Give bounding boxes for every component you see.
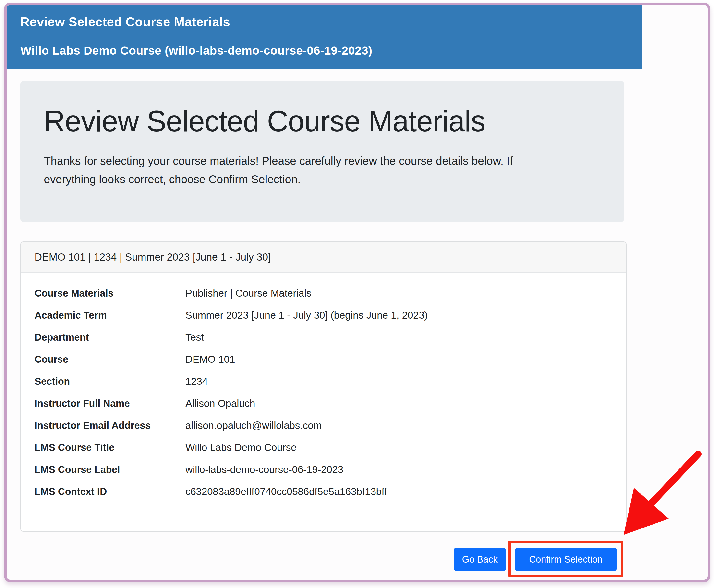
jumbotron: Review Selected Course Materials Thanks …: [20, 81, 624, 222]
course-card-header: DEMO 101 | 1234 | Summer 2023 [June 1 - …: [21, 242, 626, 273]
jumbotron-description-line2: everything looks correct, choose Confirm…: [44, 170, 601, 189]
row-value: Allison Opaluch: [185, 398, 255, 409]
row-academic-term: Academic Term Summer 2023 [June 1 - July…: [21, 304, 626, 326]
row-label: Section: [35, 376, 185, 387]
row-label: Instructor Full Name: [35, 398, 185, 409]
row-label: Course: [35, 354, 185, 365]
row-instructor-email: Instructor Email Address allison.opaluch…: [21, 414, 626, 436]
row-label: LMS Context ID: [35, 486, 185, 497]
row-label: Course Materials: [35, 288, 185, 299]
course-card-body: Course Materials Publisher | Course Mate…: [21, 273, 626, 503]
row-section: Section 1234: [21, 370, 626, 392]
row-lms-course-label: LMS Course Label willo-labs-demo-course-…: [21, 459, 626, 481]
page-header-title: Review Selected Course Materials: [20, 15, 230, 29]
row-label: Instructor Email Address: [35, 420, 185, 431]
page-header: Review Selected Course Materials Willo L…: [7, 5, 643, 69]
screenshot-frame: Review Selected Course Materials Willo L…: [4, 3, 710, 582]
row-department: Department Test: [21, 326, 626, 348]
row-lms-course-title: LMS Course Title Willo Labs Demo Course: [21, 436, 626, 459]
row-course: Course DEMO 101: [21, 348, 626, 370]
row-label: LMS Course Label: [35, 464, 185, 475]
row-value: willo-labs-demo-course-06-19-2023: [185, 464, 343, 475]
course-details-card: DEMO 101 | 1234 | Summer 2023 [June 1 - …: [20, 241, 627, 532]
row-lms-context-id: LMS Context ID c632083a89efff0740cc0586d…: [21, 481, 626, 503]
row-value: DEMO 101: [185, 354, 235, 365]
jumbotron-description-line1: Thanks for selecting your course materia…: [44, 152, 601, 170]
row-value: Test: [185, 332, 204, 343]
row-value: Summer 2023 [June 1 - July 30] (begins J…: [185, 310, 428, 321]
page: Review Selected Course Materials Willo L…: [7, 5, 708, 580]
row-value: 1234: [185, 376, 208, 387]
confirm-selection-button[interactable]: Confirm Selection: [515, 548, 617, 571]
row-label: Department: [35, 332, 185, 343]
page-header-subtitle: Willo Labs Demo Course (willo-labs-demo-…: [20, 44, 372, 57]
row-value: c632083a89efff0740cc0586df5e5a163bf13bff: [185, 486, 387, 497]
go-back-button[interactable]: Go Back: [454, 548, 506, 571]
jumbotron-description: Thanks for selecting your course materia…: [44, 152, 601, 188]
row-label: LMS Course Title: [35, 442, 185, 453]
row-course-materials: Course Materials Publisher | Course Mate…: [21, 282, 626, 304]
row-value: allison.opaluch@willolabs.com: [185, 420, 322, 431]
jumbotron-heading: Review Selected Course Materials: [44, 103, 601, 139]
row-value: Publisher | Course Materials: [185, 288, 311, 299]
row-value: Willo Labs Demo Course: [185, 442, 296, 453]
row-label: Academic Term: [35, 310, 185, 321]
row-instructor-full-name: Instructor Full Name Allison Opaluch: [21, 392, 626, 414]
